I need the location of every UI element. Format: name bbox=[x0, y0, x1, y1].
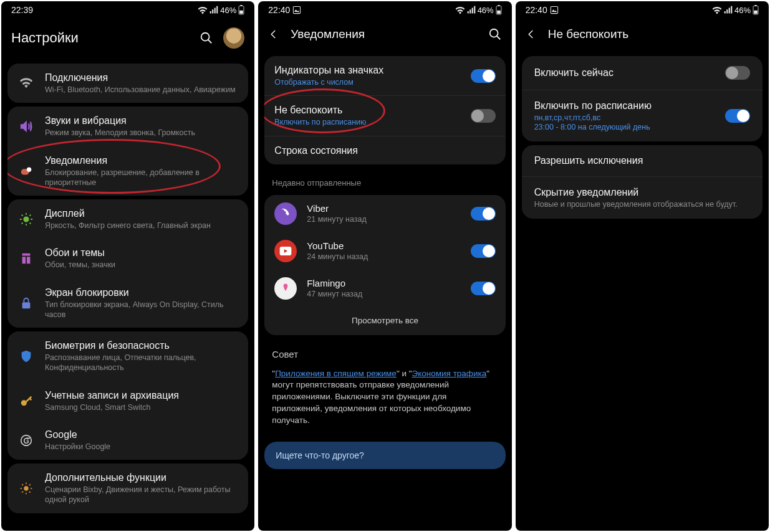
search-icon[interactable] bbox=[488, 27, 502, 41]
tip-link-datasaver[interactable]: Экономия трафика bbox=[412, 369, 487, 378]
settings-row[interactable]: Экран блокировки Тип блокировки экрана, … bbox=[7, 278, 248, 328]
search-prompt-card[interactable]: Ищете что-то другое? bbox=[264, 442, 505, 469]
row-sub: Включить по расписанию bbox=[274, 117, 460, 127]
search-icon[interactable] bbox=[200, 31, 213, 45]
view-all-button[interactable]: Просмотреть все bbox=[264, 307, 505, 335]
apps-card: Viber 21 минуту назад YouTube 24 минуты … bbox=[264, 195, 505, 335]
settings-group: Дисплей Яркость, Фильтр синего света, Гл… bbox=[7, 199, 248, 328]
row-sub-time: 23:00 - 8:00 на следующий день bbox=[534, 123, 652, 131]
svg-rect-1 bbox=[241, 5, 243, 6]
svg-rect-31 bbox=[754, 11, 758, 14]
clock: 22:39 bbox=[11, 5, 33, 15]
app-time: 21 минуту назад bbox=[307, 215, 460, 224]
notif-icon bbox=[17, 164, 35, 178]
bio-icon bbox=[17, 349, 35, 363]
app-row[interactable]: Flamingo 47 минут назад bbox=[264, 270, 505, 307]
settings-row[interactable]: Обои и темы Обои, темы, значки bbox=[7, 239, 248, 278]
header: Уведомления bbox=[258, 17, 511, 52]
svg-line-15 bbox=[22, 223, 23, 224]
settings-group: Дополнительные функции Сценарии Bixby, Д… bbox=[7, 463, 248, 513]
svg-point-20 bbox=[24, 487, 28, 491]
svg-line-26 bbox=[496, 36, 500, 40]
settings-row[interactable]: Учетные записи и архивация Samsung Cloud… bbox=[7, 381, 248, 420]
toggle-switch[interactable] bbox=[471, 69, 496, 83]
app-name: Viber bbox=[307, 203, 460, 214]
row-label: Скрытие уведомлений bbox=[534, 187, 750, 198]
back-icon[interactable] bbox=[526, 29, 537, 40]
row-sub: Распознавание лица, Отпечатки пальцев, К… bbox=[45, 353, 238, 373]
notif-setting-row[interactable]: Индикаторы на значкахОтображать с числом bbox=[264, 56, 505, 95]
google-icon: G bbox=[17, 434, 35, 447]
row-label: Дополнительные функции bbox=[45, 472, 238, 483]
wifi-icon bbox=[17, 77, 35, 90]
battery-pct: 46% bbox=[220, 6, 236, 15]
settings-row[interactable]: Уведомления Блокирование, разрешение, до… bbox=[7, 146, 248, 196]
dnd-screen: 22:40 46% Не беспокоить Включить сейчас … bbox=[516, 1, 769, 531]
row-label: Звуки и вибрация bbox=[45, 115, 238, 126]
page-title: Уведомления bbox=[291, 27, 476, 41]
svg-line-4 bbox=[208, 40, 212, 44]
app-row[interactable]: YouTube 24 минуты назад bbox=[264, 232, 505, 270]
svg-rect-16 bbox=[22, 302, 31, 308]
toggle-switch[interactable] bbox=[725, 66, 750, 80]
battery-icon bbox=[496, 5, 502, 15]
settings-row[interactable]: Звуки и вибрация Режим звука, Мелодия зв… bbox=[7, 107, 248, 146]
signal-icon bbox=[724, 6, 733, 14]
row-label: Подключения bbox=[45, 72, 238, 83]
notif-setting-row[interactable]: Строка состояния bbox=[264, 136, 505, 164]
svg-rect-2 bbox=[240, 11, 244, 14]
row-label: Биометрия и безопасность bbox=[45, 340, 238, 351]
svg-rect-28 bbox=[551, 6, 557, 13]
app-name: YouTube bbox=[307, 240, 460, 251]
toggle-switch[interactable] bbox=[471, 244, 496, 258]
dnd-row[interactable]: Разрешить исключения bbox=[522, 145, 763, 176]
svg-line-12 bbox=[22, 215, 23, 216]
settings-row[interactable]: Биометрия и безопасность Распознавание л… bbox=[7, 331, 248, 381]
row-sub: Яркость, Фильтр синего света, Главный эк… bbox=[45, 221, 238, 230]
toggle-switch[interactable] bbox=[725, 109, 750, 123]
app-icon bbox=[274, 240, 297, 262]
adv-icon bbox=[17, 482, 35, 495]
settings-row[interactable]: Подключения Wi-Fi, Bluetooth, Использова… bbox=[7, 64, 248, 103]
wallpaper-icon bbox=[17, 252, 35, 265]
row-label: Дисплей bbox=[45, 208, 238, 219]
app-icon bbox=[274, 202, 297, 225]
dnd-row[interactable]: Скрытие уведомленийНовые и прошлые уведо… bbox=[522, 177, 763, 219]
app-row[interactable]: Viber 21 минуту назад bbox=[264, 195, 505, 232]
row-sub: Обои, темы, значки bbox=[45, 260, 238, 270]
dnd-card-1: Включить сейчас Включить по расписанию п… bbox=[522, 56, 763, 141]
app-time: 47 минут назад bbox=[307, 290, 460, 298]
tip-block: Совет "Приложения в спящем режиме" и "Эк… bbox=[258, 339, 511, 438]
dnd-row[interactable]: Включить сейчас bbox=[522, 56, 763, 90]
key-icon bbox=[17, 394, 35, 408]
toggle-switch[interactable] bbox=[471, 207, 496, 221]
tip-body: "Приложения в спящем режиме" и "Экономия… bbox=[272, 368, 498, 427]
tip-link-sleep[interactable]: Приложения в спящем режиме bbox=[275, 369, 397, 378]
row-label: Строка состояния bbox=[274, 145, 495, 156]
row-label: Обои и темы bbox=[45, 247, 238, 259]
status-bar: 22:40 46% bbox=[516, 1, 769, 17]
wifi-icon bbox=[712, 6, 722, 14]
notif-setting-row[interactable]: Не беспокоитьВключить по расписанию bbox=[264, 96, 505, 135]
back-icon[interactable] bbox=[268, 29, 279, 40]
svg-point-7 bbox=[23, 217, 29, 222]
avatar[interactable] bbox=[223, 27, 244, 49]
settings-group: Биометрия и безопасность Распознавание л… bbox=[7, 331, 248, 460]
settings-row[interactable]: G Google Настройки Google bbox=[7, 420, 248, 460]
settings-row[interactable]: Дисплей Яркость, Фильтр синего света, Гл… bbox=[7, 199, 248, 239]
toggle-switch[interactable] bbox=[471, 109, 496, 123]
svg-rect-23 bbox=[498, 5, 499, 6]
search-prompt-text: Ищете что-то другое? bbox=[276, 450, 364, 460]
row-label: Google bbox=[45, 429, 238, 440]
clock: 22:40 bbox=[526, 5, 547, 15]
signal-icon bbox=[467, 6, 476, 14]
toggle-switch[interactable] bbox=[471, 282, 496, 295]
row-label: Включить сейчас bbox=[534, 67, 614, 78]
clock: 22:40 bbox=[268, 5, 290, 15]
page-title: Не беспокоить bbox=[548, 27, 759, 41]
settings-row[interactable]: Дополнительные функции Сценарии Bixby, Д… bbox=[7, 463, 248, 513]
settings-card: Индикаторы на значкахОтображать с числом… bbox=[264, 56, 505, 164]
svg-rect-24 bbox=[497, 11, 501, 14]
svg-point-6 bbox=[27, 167, 31, 171]
dnd-row[interactable]: Включить по расписанию пн,вт,ср,чт,пт,сб… bbox=[522, 90, 763, 141]
